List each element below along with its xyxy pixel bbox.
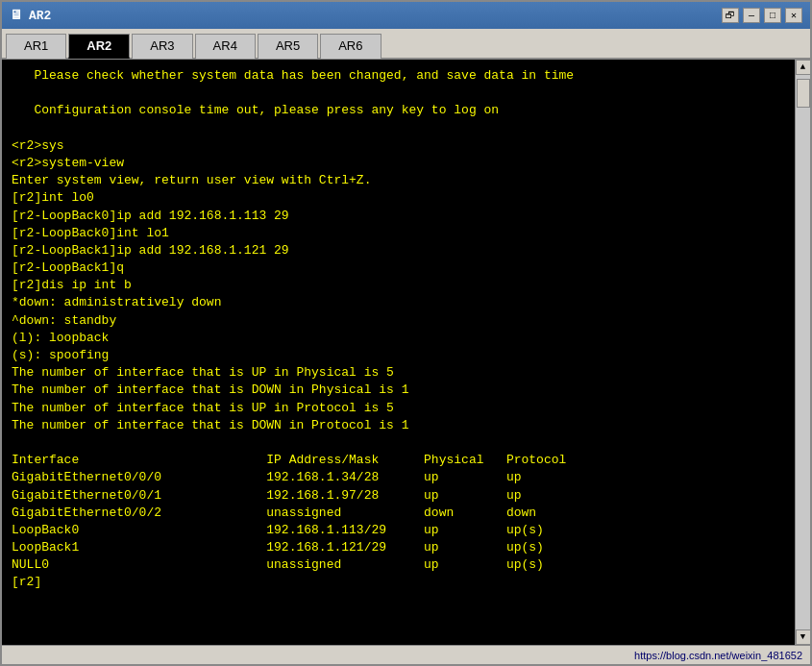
app-icon: 🖥 bbox=[10, 8, 23, 23]
terminal-output[interactable]: Please check whether system data has bee… bbox=[2, 60, 795, 645]
scroll-up-button[interactable]: ▲ bbox=[796, 60, 811, 75]
title-bar-left: 🖥 AR2 bbox=[10, 8, 51, 23]
scroll-down-button[interactable]: ▼ bbox=[796, 629, 811, 645]
main-window: 🖥 AR2 🗗 — □ ✕ AR1 AR2 AR3 AR4 AR5 AR6 Pl… bbox=[0, 0, 812, 666]
restore-button[interactable]: 🗗 bbox=[722, 8, 739, 23]
tab-ar6[interactable]: AR6 bbox=[320, 34, 381, 59]
tab-ar4[interactable]: AR4 bbox=[195, 34, 256, 59]
maximize-button[interactable]: □ bbox=[764, 8, 781, 23]
tab-ar1[interactable]: AR1 bbox=[6, 34, 66, 59]
tab-bar: AR1 AR2 AR3 AR4 AR5 AR6 bbox=[2, 29, 810, 60]
status-bar: https://blog.csdn.net/weixin_481652 bbox=[2, 645, 810, 664]
scroll-track[interactable] bbox=[796, 75, 810, 629]
scroll-thumb[interactable] bbox=[797, 79, 810, 108]
status-text: https://blog.csdn.net/weixin_481652 bbox=[634, 650, 802, 661]
tab-ar2[interactable]: AR2 bbox=[68, 34, 130, 59]
tab-ar3[interactable]: AR3 bbox=[132, 34, 192, 59]
window-title: AR2 bbox=[29, 9, 51, 23]
scrollbar[interactable]: ▲ ▼ bbox=[795, 60, 810, 645]
tab-ar5[interactable]: AR5 bbox=[258, 34, 318, 59]
minimize-button[interactable]: — bbox=[743, 8, 760, 23]
title-bar: 🖥 AR2 🗗 — □ ✕ bbox=[2, 2, 810, 29]
close-button[interactable]: ✕ bbox=[785, 8, 802, 23]
title-controls: 🗗 — □ ✕ bbox=[722, 8, 802, 23]
content-area: Please check whether system data has bee… bbox=[2, 60, 810, 645]
